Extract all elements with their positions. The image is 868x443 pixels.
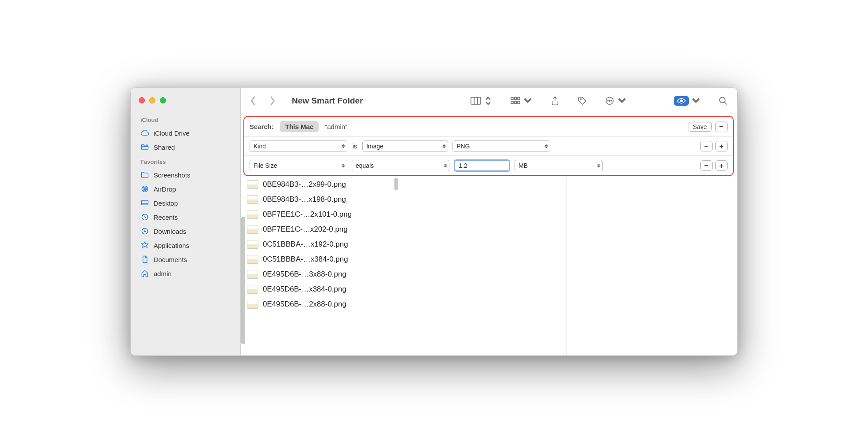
sidebar-scrollbar-thumb[interactable]	[241, 217, 245, 344]
sidebar-item-recents[interactable]: Recents	[135, 210, 236, 224]
minimize-window-button[interactable]	[149, 97, 155, 103]
file-row[interactable]: 0E495D6B-…x384-0.png	[241, 282, 399, 297]
ellipsis-circle-icon	[604, 96, 615, 106]
clock-icon	[140, 213, 149, 222]
sidebar-item-label: AirDrop	[154, 185, 176, 193]
search-button[interactable]	[718, 96, 728, 106]
file-thumbnail-icon	[247, 270, 258, 279]
file-row[interactable]: 0BE984B3-…2x99-0.png	[241, 177, 399, 192]
file-row[interactable]: 0C51BBBA-…x192-0.png	[241, 237, 399, 252]
sidebar-item-label: Screenshots	[154, 171, 190, 179]
file-name: 0E495D6B-…3x88-0.png	[263, 270, 346, 279]
remove-criteria-button[interactable]: −	[700, 160, 713, 171]
value-subtype-dropdown[interactable]: PNG	[452, 140, 550, 152]
dropdown-value: PNG	[456, 143, 470, 150]
scope-admin[interactable]: admin	[325, 123, 347, 130]
svg-rect-8	[511, 97, 513, 100]
file-thumbnail-icon	[247, 240, 258, 249]
shared-folder-icon	[140, 143, 149, 151]
scrollbar-thumb[interactable]	[394, 178, 398, 190]
file-row[interactable]: 0BF7EE1C-…2x101-0.png	[241, 207, 399, 222]
file-row[interactable]: 0BE984B3-…x198-0.png	[241, 192, 399, 207]
sidebar-item-label: Documents	[154, 256, 187, 263]
file-thumbnail-icon	[247, 300, 258, 309]
remove-search-button[interactable]: −	[715, 122, 728, 132]
results-column-empty	[399, 177, 566, 355]
tags-button[interactable]	[577, 96, 588, 106]
file-name: 0BF7EE1C-…2x101-0.png	[263, 210, 352, 219]
svg-point-2	[143, 187, 147, 191]
preview-toggle-button[interactable]	[674, 96, 701, 106]
finder-window: iCloud iCloud Drive Shared Favorites Scr…	[130, 87, 738, 356]
attribute-dropdown[interactable]: File Size	[250, 160, 347, 171]
file-row[interactable]: 0C51BBBA-…x384-0.png	[241, 252, 399, 267]
toolbar: New Smart Folder	[241, 88, 737, 114]
sidebar-item-applications[interactable]: Applications	[135, 238, 236, 252]
folder-icon	[140, 170, 149, 179]
size-unit-dropdown[interactable]: MB	[515, 160, 603, 171]
svg-rect-9	[515, 97, 517, 100]
svg-point-18	[611, 100, 612, 101]
scope-this-mac[interactable]: This Mac	[280, 121, 319, 132]
main-area: New Smart Folder	[241, 88, 737, 355]
window-title: New Smart Folder	[292, 96, 363, 106]
sidebar-item-label: Shared	[154, 144, 175, 151]
svg-rect-4	[142, 200, 148, 205]
share-icon	[550, 96, 560, 106]
applications-icon	[140, 241, 149, 250]
file-thumbnail-icon	[247, 255, 258, 264]
sidebar-item-shared[interactable]: Shared	[135, 140, 236, 154]
sidebar-item-downloads[interactable]: Downloads	[135, 224, 236, 238]
dropdown-value: MB	[519, 162, 528, 169]
attribute-dropdown[interactable]: Kind	[250, 140, 347, 152]
back-button[interactable]	[250, 96, 257, 106]
comparator-dropdown[interactable]: equals	[352, 160, 449, 171]
size-value-input[interactable]: 1.2	[454, 159, 510, 172]
preview-column	[566, 177, 737, 355]
zoom-window-button[interactable]	[160, 97, 166, 103]
grid-icon	[510, 96, 521, 106]
add-criteria-button[interactable]: +	[715, 141, 728, 151]
svg-point-16	[607, 100, 608, 101]
svg-rect-11	[511, 101, 513, 103]
sidebar: iCloud iCloud Drive Shared Favorites Scr…	[131, 88, 241, 355]
view-columns-button[interactable]	[471, 96, 493, 106]
search-scope-row: Search: This Mac admin Save −	[244, 117, 733, 137]
download-icon	[140, 227, 149, 236]
sidebar-section-icloud: iCloud	[135, 112, 236, 126]
svg-point-20	[720, 97, 725, 103]
desktop-icon	[140, 199, 149, 207]
close-window-button[interactable]	[139, 97, 145, 103]
sidebar-item-documents[interactable]: Documents	[135, 252, 236, 266]
save-search-button[interactable]: Save	[688, 122, 712, 132]
file-row[interactable]: 0BF7EE1C-…x202-0.png	[241, 222, 399, 237]
sidebar-item-icloud-drive[interactable]: iCloud Drive	[135, 126, 236, 140]
cloud-icon	[140, 129, 149, 137]
value-type-dropdown[interactable]: Image	[362, 140, 448, 152]
sidebar-item-airdrop[interactable]: AirDrop	[135, 182, 236, 196]
add-criteria-button[interactable]: +	[715, 160, 728, 171]
sidebar-item-screenshots[interactable]: Screenshots	[135, 168, 236, 182]
sidebar-item-label: Downloads	[154, 228, 186, 235]
file-row[interactable]: 0E495D6B-…3x88-0.png	[241, 267, 399, 282]
more-actions-button[interactable]	[604, 96, 627, 106]
svg-point-19	[680, 100, 683, 102]
view-group-button[interactable]	[510, 96, 533, 106]
sidebar-item-admin[interactable]: admin	[135, 266, 236, 281]
file-name: 0C51BBBA-…x192-0.png	[263, 240, 348, 249]
document-icon	[140, 255, 149, 264]
sidebar-item-label: Desktop	[154, 199, 178, 207]
share-button[interactable]	[550, 96, 560, 106]
criteria-row-kind: Kind is Image PNG − +	[244, 137, 733, 156]
forward-button[interactable]	[269, 96, 276, 106]
dropdown-value: Image	[366, 143, 383, 150]
file-row[interactable]: 0E495D6B-…2x88-0.png	[241, 297, 399, 312]
chevron-down-icon	[691, 96, 701, 106]
tag-icon	[577, 96, 588, 106]
airdrop-icon	[140, 185, 149, 193]
dropdown-value: Kind	[254, 143, 266, 150]
remove-criteria-button[interactable]: −	[700, 141, 713, 151]
results-column[interactable]: 0BE984B3-…2x99-0.png0BE984B3-…x198-0.png…	[241, 177, 399, 355]
sidebar-item-label: Recents	[154, 214, 178, 221]
sidebar-item-desktop[interactable]: Desktop	[135, 196, 236, 210]
